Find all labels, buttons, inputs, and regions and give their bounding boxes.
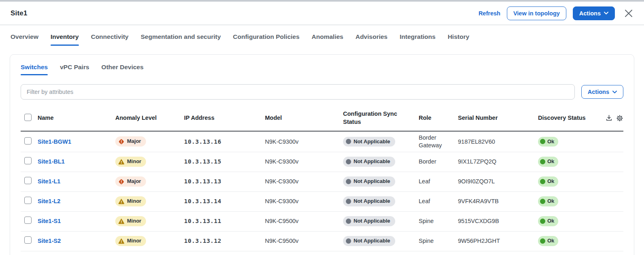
sync-status-label: Not Applicable [354, 138, 390, 145]
role: Spine [419, 217, 458, 225]
switch-name-link[interactable]: Site1-BL1 [38, 158, 65, 165]
serial-number: 9VFK4RA9VTB [458, 198, 538, 205]
chevron-down-icon [612, 91, 617, 94]
discovery-status-label: Ok [547, 138, 554, 145]
column-header-role[interactable]: Role [419, 114, 458, 122]
discovery-status-badge: Ok [538, 216, 558, 226]
anomaly-label: Minor [127, 218, 141, 225]
view-in-topology-label: View in topology [513, 10, 560, 17]
status-dot-icon [540, 238, 545, 244]
serial-number: 9515VCXDG9B [458, 217, 538, 225]
warning-triangle-icon [118, 159, 125, 165]
diamond-exclamation-icon [118, 138, 125, 145]
sync-status-label: Not Applicable [354, 218, 390, 225]
switch-name-link[interactable]: Site1-S2 [38, 238, 61, 244]
sync-status-badge: Not Applicable [343, 137, 395, 147]
status-dot-icon [540, 139, 545, 144]
gear-icon[interactable] [616, 115, 623, 122]
inventory-card: Switches vPC Pairs Other Devices Actions… [10, 54, 634, 255]
subtab-other-devices[interactable]: Other Devices [102, 64, 144, 75]
row-checkbox[interactable] [24, 217, 32, 224]
tab-inventory[interactable]: Inventory [51, 33, 79, 46]
column-header-anomaly-level[interactable]: Anomaly Level [115, 114, 184, 122]
anomaly-label: Major [127, 178, 141, 185]
anomaly-badge: Major [115, 136, 146, 147]
row-checkbox[interactable] [24, 197, 32, 204]
anomaly-label: Major [127, 138, 141, 145]
panel-header: Site1 Refresh View in topology Actions [0, 2, 644, 25]
discovery-status-label: Ok [547, 178, 554, 185]
model: N9K-C9300v [265, 178, 343, 185]
table-header-row: Name Anomaly Level IP Address Model Conf… [21, 108, 623, 132]
table-row: Site1-S1 Minor 10.3.13.11 N9K-C9500v Not… [21, 212, 623, 232]
actions-button[interactable]: Actions [573, 6, 615, 20]
status-dot-icon [346, 199, 351, 204]
row-checkbox[interactable] [24, 137, 32, 144]
serial-number: 9IX1L7ZPQ2Q [458, 158, 538, 166]
column-header-serial-number[interactable]: Serial Number [458, 114, 538, 122]
column-header-discovery-status[interactable]: Discovery Status [538, 114, 597, 122]
sync-status-badge: Not Applicable [343, 176, 395, 187]
switch-name-link[interactable]: Site1-BGW1 [38, 138, 71, 145]
switch-name-link[interactable]: Site1-L1 [38, 178, 60, 185]
ip-address: 10.3.13.15 [184, 158, 265, 166]
row-checkbox[interactable] [24, 236, 32, 244]
discovery-status-label: Ok [547, 218, 554, 225]
model: N9K-C9500v [265, 217, 343, 225]
tab-segmentation-and-security[interactable]: Segmentation and security [141, 33, 221, 46]
status-dot-icon [540, 219, 545, 224]
discovery-status-label: Ok [547, 198, 554, 205]
anomaly-label: Minor [127, 198, 141, 205]
column-header-ip-address[interactable]: IP Address [184, 114, 265, 122]
table-actions-button[interactable]: Actions [581, 85, 623, 99]
table-row: Site1-BL1 Minor 10.3.13.15 N9K-C9300v No… [21, 152, 623, 172]
sync-status-badge: Not Applicable [343, 157, 395, 167]
sync-status-badge: Not Applicable [343, 216, 395, 226]
close-icon[interactable] [624, 8, 633, 18]
switches-table: Name Anomaly Level IP Address Model Conf… [21, 108, 623, 251]
download-icon[interactable] [606, 115, 612, 121]
table-actions-label: Actions [588, 89, 609, 95]
role: Border Gateway [419, 134, 458, 149]
discovery-status-badge: Ok [538, 176, 558, 187]
status-dot-icon [540, 179, 545, 184]
filter-input[interactable] [21, 84, 575, 100]
status-dot-icon [346, 219, 351, 224]
tab-integrations[interactable]: Integrations [400, 33, 436, 46]
select-all-checkbox[interactable] [24, 114, 32, 121]
sync-status-label: Not Applicable [354, 198, 390, 205]
status-dot-icon [540, 159, 545, 164]
role: Leaf [419, 178, 458, 185]
anomaly-badge: Minor [115, 157, 146, 167]
tab-history[interactable]: History [448, 33, 469, 46]
model: N9K-C9500v [265, 237, 343, 245]
column-header-model[interactable]: Model [265, 114, 343, 122]
switch-name-link[interactable]: Site1-L2 [38, 198, 60, 204]
row-checkbox[interactable] [24, 157, 32, 164]
subtab-switches[interactable]: Switches [21, 64, 48, 75]
ip-address: 10.3.13.13 [184, 178, 265, 185]
view-in-topology-button[interactable]: View in topology [507, 6, 566, 20]
column-header-config-sync-status[interactable]: Configuration Sync Status [343, 110, 419, 126]
subtab-vpc-pairs[interactable]: vPC Pairs [60, 64, 89, 75]
ip-address: 10.3.13.12 [184, 237, 265, 245]
tab-advisories[interactable]: Advisories [356, 33, 388, 46]
column-header-name[interactable]: Name [38, 114, 115, 122]
status-dot-icon [346, 139, 351, 144]
tab-anomalies[interactable]: Anomalies [311, 33, 343, 46]
tab-overview[interactable]: Overview [11, 33, 38, 46]
tab-configuration-policies[interactable]: Configuration Policies [233, 33, 299, 46]
anomaly-label: Minor [127, 158, 141, 165]
site-detail-panel: Site1 Refresh View in topology Actions O… [0, 0, 644, 255]
role: Border [419, 158, 458, 166]
row-checkbox[interactable] [24, 177, 32, 184]
sync-status-badge: Not Applicable [343, 236, 395, 246]
warning-triangle-icon [118, 198, 125, 205]
status-dot-icon [346, 159, 351, 164]
refresh-link[interactable]: Refresh [479, 10, 500, 17]
tab-connectivity[interactable]: Connectivity [91, 33, 129, 46]
switch-name-link[interactable]: Site1-S1 [38, 218, 61, 224]
model: N9K-C9300v [265, 158, 343, 166]
ip-address: 10.3.13.14 [184, 198, 265, 205]
discovery-status-label: Ok [547, 158, 554, 165]
